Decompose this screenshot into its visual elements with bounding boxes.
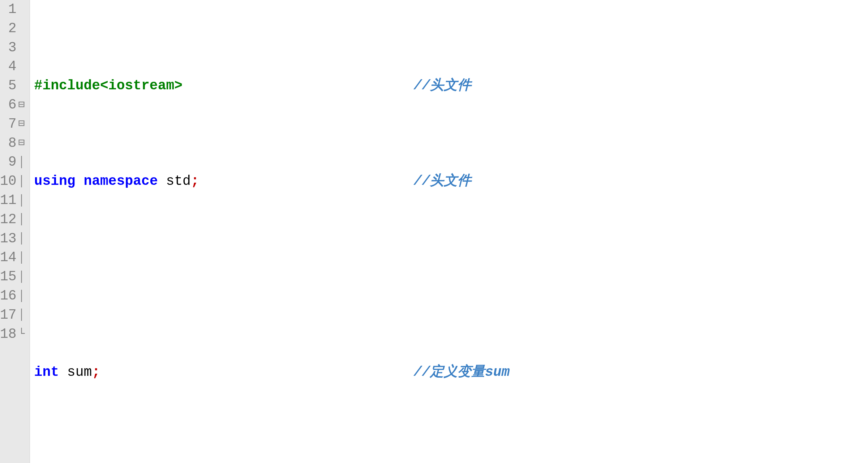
line-number: 8⊟ — [0, 134, 27, 153]
line-number: 6⊟ — [0, 95, 27, 115]
line-number: 3 — [0, 38, 27, 58]
identifier: sum — [67, 364, 92, 380]
code-editor: 1 2 3 4 5 6⊟ 7⊟ 8⊟ 9│ 10│ 11│ 12│ 13│ 14… — [0, 0, 868, 463]
fold-toggle-icon[interactable]: ⊟ — [18, 98, 25, 113]
line-number: 12│ — [0, 210, 27, 229]
fold-toggle-icon[interactable]: ⊟ — [18, 116, 25, 132]
code-line[interactable]: using namespace std; //头文件 — [34, 172, 868, 191]
line-number: 14│ — [0, 248, 27, 267]
code-line[interactable]: int sum; //定义变量sum — [34, 363, 868, 382]
semicolon: ; — [191, 173, 199, 189]
line-number: 7⊟ — [0, 115, 27, 134]
line-number: 11│ — [0, 191, 27, 210]
line-number: 1 — [0, 0, 27, 19]
keyword-int: int — [34, 364, 59, 380]
line-number: 10│ — [0, 172, 27, 191]
keyword-using: using — [34, 173, 76, 189]
code-line[interactable] — [34, 458, 868, 463]
line-number: 2 — [0, 19, 27, 38]
line-number: 4 — [0, 57, 27, 76]
line-number: 18└ — [0, 325, 27, 344]
line-number: 16│ — [0, 286, 27, 306]
line-number: 5 — [0, 76, 27, 95]
comment: //头文件 — [414, 172, 472, 191]
comment: //头文件 — [414, 76, 472, 95]
line-number: 9│ — [0, 153, 27, 172]
line-number: 17│ — [0, 306, 27, 325]
code-line[interactable]: #include<iostream> //头文件 — [34, 76, 868, 95]
line-number-gutter: 1 2 3 4 5 6⊟ 7⊟ 8⊟ 9│ 10│ 11│ 12│ 13│ 14… — [0, 0, 30, 463]
line-number: 13│ — [0, 229, 27, 249]
semicolon: ; — [92, 364, 100, 380]
keyword-namespace: namespace — [83, 173, 158, 189]
comment: //定义变量sum — [414, 363, 510, 382]
fold-toggle-icon[interactable]: ⊟ — [18, 136, 25, 151]
preprocessor-directive: #include<iostream> — [34, 78, 182, 93]
code-area[interactable]: #include<iostream> //头文件 using namespace… — [30, 0, 868, 463]
line-number: 15│ — [0, 267, 27, 286]
code-line[interactable] — [34, 267, 868, 286]
identifier: std — [166, 173, 191, 189]
